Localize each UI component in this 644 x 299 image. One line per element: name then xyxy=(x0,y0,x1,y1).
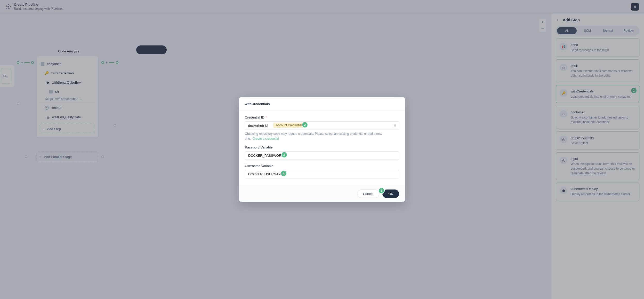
annotation-marker-2: 2 xyxy=(302,122,308,128)
credential-id-label: Credential ID* xyxy=(245,115,399,119)
credential-id-input[interactable] xyxy=(245,121,399,130)
modal-title: withCredentials xyxy=(239,97,405,111)
password-variable-label: Password Variable xyxy=(245,145,399,149)
credential-helper-text: Obtaining repository code may require cr… xyxy=(245,131,399,141)
credential-type-badge: Account Credentials xyxy=(273,123,306,128)
password-variable-input[interactable] xyxy=(245,151,399,160)
clear-icon[interactable]: ✕ xyxy=(393,123,397,128)
cancel-button[interactable]: Cancel xyxy=(357,190,379,198)
create-credential-link[interactable]: Create a credential xyxy=(253,137,279,140)
username-variable-label: Username Variable xyxy=(245,164,399,168)
username-variable-input[interactable] xyxy=(245,170,399,178)
ok-button[interactable]: OK xyxy=(382,190,399,198)
credentials-modal: withCredentials Credential ID* Account C… xyxy=(239,97,405,202)
